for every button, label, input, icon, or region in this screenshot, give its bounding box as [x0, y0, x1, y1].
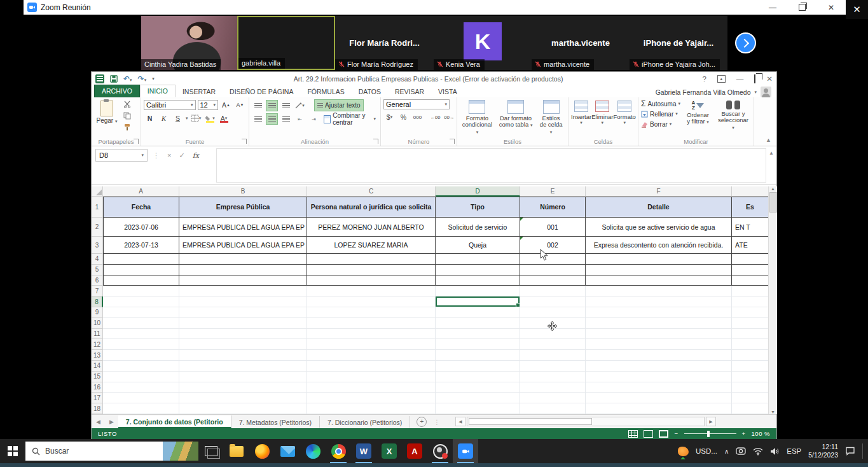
cell[interactable]	[179, 286, 307, 296]
decrease-decimal-button[interactable]: 00→	[443, 111, 455, 123]
shrink-font-button[interactable]: A▼	[234, 99, 246, 111]
excel-button[interactable]: X	[376, 439, 402, 463]
column-header[interactable]	[732, 186, 769, 197]
participant-tile-kenia[interactable]: K Kenia Vera	[434, 16, 532, 70]
cell[interactable]	[520, 350, 586, 361]
cell[interactable]	[732, 372, 769, 382]
keyboard-language[interactable]: ESP	[787, 447, 801, 455]
vertical-scrollbar[interactable]: ▲ ▼	[768, 186, 777, 414]
cell[interactable]	[586, 403, 732, 414]
collapse-ribbon-icon[interactable]: ▲	[766, 137, 771, 143]
zoom-slider-thumb[interactable]	[707, 431, 710, 437]
italic-button[interactable]: K	[158, 113, 170, 124]
cancel-entry-icon[interactable]: ×	[167, 151, 171, 159]
row-header[interactable]: 4	[92, 254, 103, 265]
row-header[interactable]: 11	[92, 329, 103, 340]
cell[interactable]	[179, 307, 307, 318]
screen-close-icon[interactable]: ✕	[846, 0, 868, 19]
cell[interactable]	[179, 382, 307, 393]
cell[interactable]	[436, 254, 520, 265]
camera-privacy-icon[interactable]	[736, 447, 746, 456]
cell[interactable]: PEREZ MORENO JUAN ALBERTO	[307, 218, 436, 237]
select-all-corner[interactable]	[92, 186, 103, 197]
increase-indent-button[interactable]: ⇥	[308, 113, 320, 125]
cell[interactable]	[103, 372, 179, 382]
hidden-icons-chevron[interactable]: ∧	[724, 448, 729, 455]
cell[interactable]: Queja	[436, 237, 520, 254]
cell[interactable]	[179, 318, 307, 329]
align-top-button[interactable]	[252, 100, 264, 111]
cell[interactable]	[307, 393, 436, 403]
cell[interactable]: LOPEZ SUAREZ MARIA	[307, 237, 436, 254]
cell[interactable]	[436, 393, 520, 403]
tab-formulas[interactable]: FÓRMULAS	[300, 86, 351, 97]
scroll-right-icon[interactable]: ▶	[706, 417, 716, 426]
cell[interactable]: Solicitud de servicio	[436, 218, 520, 237]
cell[interactable]	[732, 403, 769, 414]
font-size-select[interactable]: 12▾	[198, 100, 219, 110]
cell[interactable]	[520, 361, 586, 372]
next-participants-button[interactable]	[735, 32, 756, 53]
cell[interactable]	[103, 329, 179, 340]
sort-filter-button[interactable]: AZ Ordenar y filtrar ▾	[684, 99, 712, 137]
cell[interactable]	[732, 265, 769, 275]
cell[interactable]	[103, 403, 179, 414]
undo-icon[interactable]: ↶▾	[123, 75, 132, 83]
cell[interactable]	[307, 254, 436, 265]
cell[interactable]	[586, 265, 732, 275]
borders-button[interactable]: ▾	[190, 113, 202, 124]
sheet-nav-left-icon[interactable]: ◀	[92, 419, 105, 425]
cell[interactable]	[586, 361, 732, 372]
row-header[interactable]: 5	[92, 265, 103, 275]
cell[interactable]	[103, 296, 179, 307]
cell[interactable]	[179, 254, 307, 265]
cell[interactable]	[436, 318, 520, 329]
cell[interactable]	[732, 361, 769, 372]
delete-cells-button[interactable]: Eliminar▾	[591, 99, 613, 137]
cell[interactable]	[179, 296, 307, 307]
account-menu[interactable]: Gabriela Fernanda Villa Olmedo ▾	[656, 87, 776, 97]
cell[interactable]	[179, 350, 307, 361]
merge-center-button[interactable]: Combinar y centrar▾	[322, 114, 378, 125]
cell[interactable]	[103, 393, 179, 403]
cell[interactable]: EMPRESA PUBLICA DEL AGUA EPA EP	[179, 237, 307, 254]
cell[interactable]	[307, 296, 436, 307]
column-header[interactable]: C	[307, 186, 436, 197]
cell[interactable]	[307, 382, 436, 393]
file-explorer-button[interactable]	[224, 439, 249, 463]
column-header[interactable]: F	[586, 186, 732, 197]
name-box[interactable]: D8▾	[95, 149, 148, 162]
cell[interactable]	[307, 372, 436, 382]
dialog-launcher-icon[interactable]	[450, 139, 455, 144]
cell[interactable]	[586, 382, 732, 393]
conditional-format-button[interactable]: Formato condicional ▾	[460, 99, 495, 135]
horizontal-scrollbar[interactable]: ◀ ▶	[455, 417, 716, 426]
cell[interactable]	[436, 275, 520, 286]
cell[interactable]	[520, 372, 586, 382]
row-header[interactable]: 16	[92, 382, 103, 393]
row-header[interactable]: 12	[92, 339, 103, 350]
cell[interactable]	[307, 265, 436, 275]
cell[interactable]	[520, 254, 586, 265]
cell[interactable]	[586, 275, 732, 286]
edge-button[interactable]	[300, 439, 326, 463]
cell[interactable]	[179, 329, 307, 340]
ribbon-options-icon[interactable]: ▴	[717, 75, 726, 83]
page-layout-view-icon[interactable]	[644, 430, 653, 438]
fill-button[interactable]: Rellenar▾	[641, 109, 680, 118]
excel-minimize-icon[interactable]: —	[736, 75, 744, 83]
cell[interactable]	[103, 361, 179, 372]
tab-vista[interactable]: VISTA	[431, 86, 464, 97]
participant-tile-cinthia[interactable]: Cinthia Yadira Bastidas	[141, 16, 237, 70]
scrollbar-thumb[interactable]	[469, 418, 592, 425]
cell[interactable]: 2023-07-13	[103, 237, 179, 254]
underline-button[interactable]: S	[172, 113, 184, 124]
redo-icon[interactable]: ↷▾	[138, 75, 147, 83]
participant-tile-flor[interactable]: Flor María Rodri... Flor María Rodríguez	[335, 16, 434, 70]
autosum-button[interactable]: ΣAutosuma▾	[641, 99, 680, 108]
save-icon[interactable]	[110, 75, 118, 83]
word-button[interactable]: W	[351, 439, 376, 463]
cell[interactable]: Tipo	[436, 197, 520, 218]
chrome-button[interactable]	[326, 439, 351, 463]
excel-restore-icon[interactable]	[754, 75, 755, 83]
